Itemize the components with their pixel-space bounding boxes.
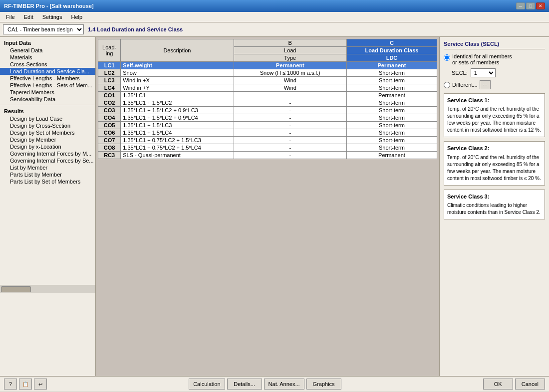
table-row[interactable]: LC4Wind in +YWindShort-term (98, 84, 437, 92)
bottom-center-actions: Calculation Details... Nat. Annex... Gra… (189, 379, 341, 390)
service-class-2-title: Service Class 2: (447, 145, 542, 152)
reset-button[interactable]: ↩ (34, 379, 47, 390)
menu-edit[interactable]: Edit (20, 13, 37, 21)
sidebar-item-serviceability[interactable]: Serviceability Data (0, 96, 95, 103)
table-row[interactable]: LC2SnowSnow (H ≤ 1000 m a.s.l.)Short-ter… (98, 69, 437, 77)
service-class-3-title: Service Class 3: (447, 193, 542, 200)
table-row[interactable]: CO31.35*LC1 + 1.5*LC2 + 0.9*LC3-Short-te… (98, 107, 437, 114)
sidebar-item-governing-forces-s[interactable]: Governing Internal Forces by Se... (0, 157, 95, 164)
table-row-ldc: Short-term (346, 77, 437, 84)
table-row-load-type: Wind (234, 77, 346, 84)
table-row-description: Snow (121, 69, 234, 77)
nat-annex-button[interactable]: Nat. Annex... (264, 379, 304, 390)
sidebar-item-design-cross-section[interactable]: Design by Cross-Section (0, 122, 95, 129)
sidebar-item-load-duration[interactable]: Load Duration and Service Cla... (0, 68, 95, 75)
sidebar-item-design-load-case[interactable]: Design by Load Case (0, 115, 95, 122)
radio-different-input[interactable] (444, 82, 450, 88)
table-row[interactable]: CO21.35*LC1 + 1.5*LC2-Short-term (98, 99, 437, 107)
table-row-id: CO7 (98, 137, 121, 144)
table-row[interactable]: LC3Wind in +XWindShort-term (98, 77, 437, 84)
table-row-ldc: Permanent (346, 62, 437, 69)
close-button[interactable]: ✕ (536, 2, 545, 9)
sidebar-item-general-data[interactable]: General Data (0, 47, 95, 54)
table-row-id: CO8 (98, 144, 121, 152)
sidebar-scrollbar[interactable] (0, 285, 95, 293)
table-row-ldc: Short-term (346, 144, 437, 152)
sidebar-item-cross-sections[interactable]: Cross-Sections (0, 61, 95, 68)
table-row-ldc: Short-term (346, 84, 437, 92)
different-icon-button[interactable]: ⋯ (480, 80, 491, 89)
col-header-c: C (346, 39, 437, 47)
col-subheader-ldc-title: Load Duration Class (346, 47, 437, 54)
table-row[interactable]: LC1Self-weightPermanentPermanent (98, 62, 437, 69)
table-row[interactable]: CO51.35*LC1 + 1.5*LC3-Short-term (98, 122, 437, 129)
table-row-description: 1.35*LC1 (121, 92, 234, 99)
table-row-id: LC2 (98, 69, 121, 77)
sidebar-item-parts-list-set[interactable]: Parts List by Set of Members (0, 178, 95, 185)
sidebar-item-effective-lengths-sets[interactable]: Effective Lengths - Sets of Mem... (0, 82, 95, 89)
details-button[interactable]: Details... (227, 379, 262, 390)
main-panel: Load-ing Description B C Load Load Durat… (96, 37, 439, 376)
col-subheader-type: Type (234, 54, 346, 62)
sidebar-item-tapered-members[interactable]: Tapered Members (0, 89, 95, 96)
minimize-button[interactable]: ─ (516, 2, 525, 9)
maximize-button[interactable]: □ (526, 2, 535, 9)
table-row[interactable]: CO41.35*LC1 + 1.5*LC2 + 0.9*LC4-Short-te… (98, 114, 437, 122)
secl-select[interactable]: 1 2 3 (471, 68, 496, 77)
table-row-load-type: Snow (H ≤ 1000 m a.s.l.) (234, 69, 346, 77)
help-button[interactable]: ? (4, 379, 17, 390)
ok-button[interactable]: OK (483, 379, 513, 390)
copy-button[interactable]: 📋 (19, 379, 32, 390)
table-row-id: LC1 (98, 62, 121, 69)
table-row-description: 1.35*LC1 + 0.75*LC2 + 1.5*LC3 (121, 137, 234, 144)
sidebar: Input Data General Data Materials Cross-… (0, 37, 96, 376)
table-row-id: LC3 (98, 77, 121, 84)
graphics-button[interactable]: Graphics (306, 379, 341, 390)
service-class-2-box: Service Class 2: Temp. of 20°C and the r… (444, 141, 545, 185)
radio-identical-input[interactable] (444, 54, 450, 61)
sidebar-item-design-member[interactable]: Design by Member (0, 136, 95, 143)
table-row[interactable]: CO71.35*LC1 + 0.75*LC2 + 1.5*LC3-Short-t… (98, 137, 437, 144)
table-row[interactable]: CO61.35*LC1 + 1.5*LC4-Short-term (98, 129, 437, 137)
table-row-id: LC4 (98, 84, 121, 92)
table-row-description: SLS - Quasi-permanent (121, 152, 234, 159)
right-panel: Service Class (SECL) Identical for all m… (439, 37, 549, 376)
table-row-load-type: - (234, 114, 346, 122)
table-row-id: CO6 (98, 129, 121, 137)
sidebar-item-design-set-members[interactable]: Design by Set of Members (0, 129, 95, 136)
input-data-header: Input Data (0, 39, 95, 47)
cancel-button[interactable]: Cancel (515, 379, 545, 390)
menu-file[interactable]: File (2, 13, 19, 21)
table-row-ldc: Permanent (346, 92, 437, 99)
sidebar-item-list-member[interactable]: List by Member (0, 164, 95, 171)
table-row-ldc: Short-term (346, 107, 437, 114)
scroll-thumb[interactable] (1, 286, 31, 292)
secl-label: SECL: (452, 70, 468, 76)
calculation-button[interactable]: Calculation (189, 379, 225, 390)
bottom-left-tools: ? 📋 ↩ (4, 379, 47, 390)
sidebar-item-parts-list-member[interactable]: Parts List by Member (0, 171, 95, 178)
content-area: Input Data General Data Materials Cross-… (0, 37, 549, 376)
menu-bar: File Edit Settings Help (0, 12, 549, 22)
case-dropdown[interactable]: CA1 - Timber beam design (3, 24, 84, 34)
sidebar-item-governing-forces-m[interactable]: Governing Internal Forces by M... (0, 150, 95, 157)
menu-help[interactable]: Help (67, 13, 86, 21)
service-class-1-title: Service Class 1: (447, 97, 542, 104)
table-row[interactable]: RC3SLS - Quasi-permanent-Permanent (98, 152, 437, 159)
table-row-description: 1.35*LC1 + 1.5*LC2 + 0.9*LC3 (121, 107, 234, 114)
table-row[interactable]: CO11.35*LC1-Permanent (98, 92, 437, 99)
sidebar-item-design-x-location[interactable]: Design by x-Location (0, 143, 95, 150)
sidebar-item-materials[interactable]: Materials (0, 54, 95, 61)
col-header-loading: Load-ing (98, 39, 121, 62)
sidebar-item-effective-lengths-members[interactable]: Effective Lengths - Members (0, 75, 95, 82)
table-row-description: 1.35*LC1 + 1.5*LC3 (121, 122, 234, 129)
table-row-load-type: - (234, 122, 346, 129)
table-row-load-type: - (234, 129, 346, 137)
table-row-load-type: - (234, 92, 346, 99)
service-class-3-box: Service Class 3: Climatic conditions lea… (444, 190, 545, 219)
menu-settings[interactable]: Settings (38, 13, 66, 21)
table-row[interactable]: CO81.35*LC1 + 0.75*LC2 + 1.5*LC4-Short-t… (98, 144, 437, 152)
service-class-1-text: Temp. of 20°C and the rel. humidity of t… (447, 106, 542, 134)
table-row-load-type: - (234, 107, 346, 114)
table-area[interactable]: Load-ing Description B C Load Load Durat… (96, 37, 439, 376)
